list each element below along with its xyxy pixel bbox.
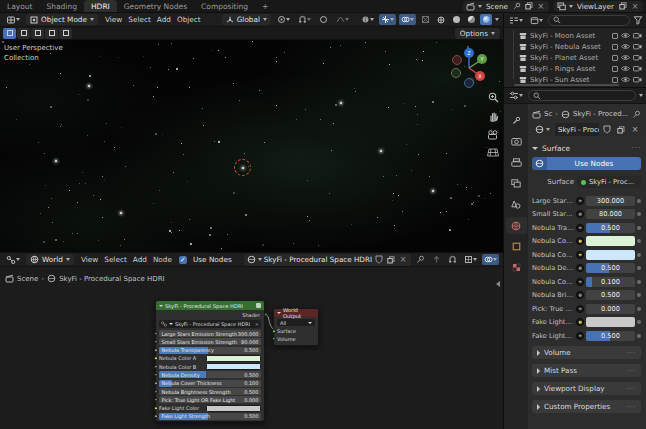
value-input-socket[interactable] bbox=[154, 415, 158, 419]
animate-dot[interactable] bbox=[637, 253, 641, 257]
node-input-nebula-color-a[interactable]: Nebula Color A bbox=[159, 355, 261, 362]
exclude-checkbox[interactable] bbox=[612, 77, 618, 83]
value-slider[interactable]: 0.500 bbox=[586, 263, 635, 273]
workspace-tab-compositing[interactable]: Compositing bbox=[194, 0, 255, 12]
value-input-socket[interactable] bbox=[154, 373, 158, 377]
node-input-nebula-density[interactable]: Nebula Density 0.500 bbox=[159, 371, 261, 378]
tab-tool[interactable] bbox=[506, 112, 527, 129]
color-input-socket[interactable] bbox=[154, 406, 158, 410]
panel-volume[interactable]: Volume ··· bbox=[532, 346, 641, 359]
properties-options-chevron[interactable] bbox=[639, 94, 643, 97]
world-datablock-field[interactable]: SkyFi - Procedural Space HDRI × bbox=[244, 254, 411, 266]
snap-toggle[interactable] bbox=[296, 14, 313, 25]
menu-select[interactable]: Select bbox=[101, 255, 130, 264]
unlink-world-button[interactable]: × bbox=[629, 123, 641, 136]
editor-type-dropdown[interactable] bbox=[4, 14, 22, 25]
unlink-icon[interactable]: × bbox=[255, 321, 259, 327]
duplicate-datablock-icon[interactable] bbox=[386, 255, 396, 265]
animate-dot[interactable] bbox=[637, 307, 641, 311]
workspace-tab-geometry-nodes[interactable]: Geometry Nodes bbox=[117, 0, 194, 12]
pin-icon[interactable] bbox=[512, 1, 522, 11]
decorator-dot[interactable] bbox=[576, 264, 584, 272]
outliner-scrollbar[interactable] bbox=[514, 84, 619, 87]
decorator-dot[interactable] bbox=[576, 210, 584, 218]
selected-empty-indicator[interactable] bbox=[234, 159, 251, 176]
decorator-dot[interactable] bbox=[576, 332, 584, 340]
new-scene-icon[interactable] bbox=[524, 1, 534, 11]
value-slider[interactable]: 0.500 bbox=[586, 331, 635, 341]
surface-shader-selector[interactable]: SkyFi - Proc... bbox=[577, 176, 641, 188]
menu-object[interactable]: Object bbox=[174, 15, 204, 24]
shader-type-dropdown[interactable]: World bbox=[26, 254, 74, 265]
animate-dot[interactable] bbox=[637, 280, 641, 284]
group-node-header[interactable]: SkyFi - Procedural Space HDRI bbox=[156, 301, 264, 310]
properties-search-input[interactable] bbox=[528, 90, 636, 101]
value-slider[interactable]: Nebula Density 0.500 bbox=[159, 371, 261, 378]
color-swatch[interactable] bbox=[206, 363, 261, 370]
value-slider[interactable]: Nebula Cover Thickness 0.100 bbox=[159, 380, 261, 387]
decorator-dot[interactable] bbox=[576, 224, 584, 232]
value-input-socket[interactable] bbox=[154, 390, 158, 394]
pin-icon[interactable] bbox=[632, 110, 641, 119]
menu-view[interactable]: View bbox=[78, 255, 101, 264]
tab-texture[interactable] bbox=[506, 259, 527, 276]
transform-orientation-dropdown[interactable]: Global bbox=[222, 14, 271, 25]
menu-node[interactable]: Node bbox=[150, 255, 175, 264]
select-mode-intersect[interactable] bbox=[59, 28, 72, 39]
color-swatch[interactable] bbox=[586, 250, 635, 260]
shading-solid-button[interactable] bbox=[450, 14, 462, 25]
animate-dot[interactable] bbox=[637, 293, 641, 297]
shading-material-button[interactable] bbox=[465, 14, 477, 25]
show-overlays-dropdown[interactable] bbox=[399, 14, 416, 25]
tab-world[interactable] bbox=[506, 217, 527, 234]
proportional-falloff-dropdown[interactable] bbox=[334, 14, 351, 25]
color-swatch[interactable] bbox=[206, 355, 261, 362]
value-slider[interactable]: 0.500 bbox=[586, 290, 635, 300]
value-slider[interactable]: 0.000 bbox=[586, 304, 635, 314]
select-mode-subtract[interactable] bbox=[31, 28, 44, 39]
scene-selector[interactable]: Scene × bbox=[463, 1, 549, 12]
animate-dot[interactable] bbox=[637, 320, 641, 324]
surface-input-socket[interactable] bbox=[272, 329, 276, 333]
value-slider[interactable]: Nebula Brightness Strength 0.500 bbox=[159, 388, 261, 395]
select-mode-invert[interactable] bbox=[45, 28, 58, 39]
color-swatch[interactable] bbox=[206, 405, 261, 412]
node-input-nebula-color-b[interactable]: Nebula Color B bbox=[159, 363, 261, 370]
color-input-socket[interactable] bbox=[154, 357, 158, 361]
hide-eye-icon[interactable] bbox=[621, 54, 630, 61]
hide-eye-icon[interactable] bbox=[621, 32, 630, 39]
node-input-large-stars-emission-strength[interactable]: Large Stars Emission Strength 300.000 bbox=[159, 330, 261, 337]
hide-eye-icon[interactable] bbox=[621, 76, 630, 83]
node-input-nebula-cover-thickness[interactable]: Nebula Cover Thickness 0.100 bbox=[159, 380, 261, 387]
viewport-3d[interactable]: User Perspective Collection Z Y X bbox=[0, 40, 503, 252]
decorator-dot[interactable] bbox=[576, 197, 584, 205]
menu-select[interactable]: Select bbox=[125, 15, 154, 24]
use-nodes-button[interactable]: Use Nodes bbox=[532, 157, 641, 170]
camera-visibility-icon[interactable] bbox=[633, 65, 642, 72]
camera-visibility-icon[interactable] bbox=[633, 54, 642, 61]
breadcrumb-scene-abbr[interactable]: Sc bbox=[544, 110, 552, 118]
outliner-search-input[interactable] bbox=[548, 15, 630, 26]
volume-input-socket[interactable] bbox=[272, 337, 276, 341]
show-gizmo-dropdown[interactable] bbox=[379, 14, 396, 25]
snap-toggle[interactable] bbox=[446, 254, 459, 265]
snap-target-dropdown[interactable] bbox=[462, 254, 479, 265]
fake-user-shield-icon[interactable] bbox=[374, 255, 384, 265]
editor-type-dropdown[interactable] bbox=[4, 254, 22, 265]
animate-dot[interactable] bbox=[637, 226, 641, 230]
color-swatch[interactable] bbox=[586, 236, 635, 246]
pivot-point-dropdown[interactable] bbox=[275, 14, 292, 25]
world-id-name[interactable]: SkyFi - Procedura... bbox=[555, 123, 599, 136]
decorator-dot[interactable] bbox=[576, 291, 584, 299]
outliner-filter-dropdown[interactable] bbox=[528, 15, 545, 26]
animate-dot[interactable] bbox=[637, 239, 641, 243]
camera-visibility-icon[interactable] bbox=[633, 76, 642, 83]
node-group-datablock[interactable]: SkyFi - Procedural Space HDRI × bbox=[159, 320, 261, 328]
breadcrumb-scene[interactable]: Scene bbox=[17, 275, 38, 283]
workspace-tab-layout[interactable]: Layout bbox=[0, 0, 40, 12]
value-input-socket[interactable] bbox=[154, 382, 158, 386]
sidebar-toggle-arrow[interactable] bbox=[496, 281, 500, 287]
animate-dot[interactable] bbox=[637, 212, 641, 216]
show-overlays-dropdown[interactable] bbox=[482, 254, 499, 265]
exclude-checkbox[interactable] bbox=[612, 55, 618, 61]
